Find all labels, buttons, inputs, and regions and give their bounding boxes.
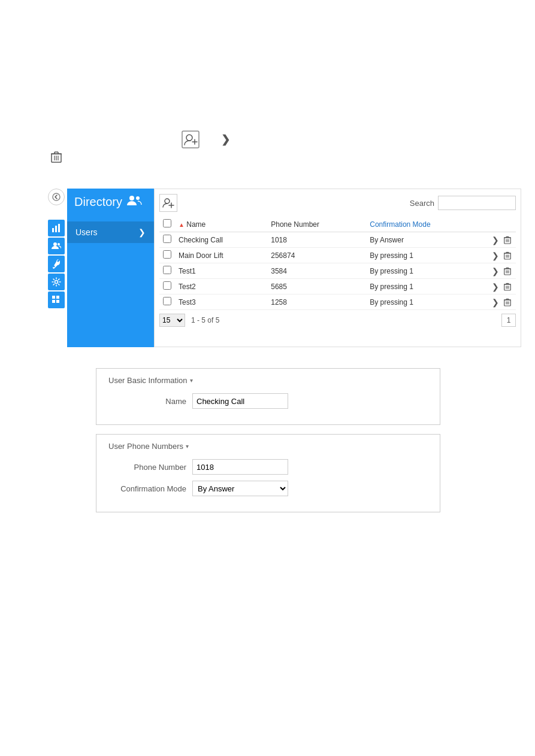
search-input[interactable] <box>438 196 516 210</box>
row-checkbox-cell <box>159 294 175 310</box>
svg-rect-21 <box>56 296 59 299</box>
row-name-0: Checking Call <box>175 232 267 248</box>
add-user-button[interactable] <box>159 194 177 212</box>
phone-number-input[interactable] <box>192 459 288 475</box>
row-name-1: Main Door Lift <box>175 248 267 263</box>
table-row: Main Door Lift 256874 By pressing 1 ❯ <box>159 248 516 263</box>
col-checkbox <box>159 217 175 232</box>
search-label: Search <box>410 199 434 208</box>
content-area: Search ▲ Name Ph <box>154 189 521 347</box>
svg-rect-15 <box>58 224 60 232</box>
row-actions-2: ❯ <box>487 263 516 279</box>
nav-item-users[interactable] <box>48 238 65 254</box>
svg-point-18 <box>53 266 55 268</box>
back-button[interactable] <box>48 189 65 205</box>
trash-icon-top[interactable] <box>51 151 62 166</box>
table-body: Checking Call 1018 By Answer ❯ <box>159 232 516 310</box>
records-info: 1 - 5 of 5 <box>191 316 219 324</box>
svg-point-12 <box>53 193 60 201</box>
row-checkbox-cell <box>159 279 175 294</box>
row-checkbox-2[interactable] <box>163 266 171 274</box>
svg-point-1 <box>186 135 192 141</box>
page-number-box: 1 <box>501 314 516 327</box>
row-checkbox-3[interactable] <box>163 281 171 290</box>
svg-rect-13 <box>52 228 54 232</box>
user-basic-info-title-text: User Basic Information <box>108 376 188 385</box>
row-name-4: Test3 <box>175 294 267 310</box>
nav-sidebar <box>48 189 66 347</box>
svg-point-25 <box>136 196 140 200</box>
row-edit-btn-4[interactable]: ❯ <box>491 297 500 307</box>
table-row: Test1 3584 By pressing 1 ❯ <box>159 263 516 279</box>
row-confirmation-0: By Answer <box>366 232 487 248</box>
user-basic-info-title: User Basic Information ▾ <box>108 376 428 385</box>
select-all-checkbox[interactable] <box>163 219 171 227</box>
nav-item-stats[interactable] <box>48 220 65 236</box>
user-phone-numbers-title-text: User Phone Numbers <box>108 442 183 451</box>
row-edit-btn-0[interactable]: ❯ <box>491 235 500 245</box>
directory-users-icon <box>127 195 143 210</box>
row-checkbox-4[interactable] <box>163 297 171 305</box>
col-confirmation-label: Confirmation Mode <box>370 220 430 229</box>
col-name-header[interactable]: ▲ Name <box>175 217 267 232</box>
user-phone-numbers-title: User Phone Numbers ▾ <box>108 442 428 451</box>
row-edit-btn-3[interactable]: ❯ <box>491 282 500 292</box>
row-confirmation-4: By pressing 1 <box>366 294 487 310</box>
confirmation-mode-label: Confirmation Mode <box>108 484 192 493</box>
data-table: ▲ Name Phone Number Confirmation Mode <box>159 217 516 310</box>
table-row: Test2 5685 By pressing 1 ❯ <box>159 279 516 294</box>
row-name-2: Test1 <box>175 263 267 279</box>
confirmation-mode-select[interactable]: By Answer By pressing 1 None <box>192 481 288 496</box>
svg-rect-20 <box>52 296 55 299</box>
row-checkbox-cell <box>159 248 175 263</box>
nav-item-grid[interactable] <box>48 292 65 308</box>
phone-number-field-row: Phone Number <box>108 459 428 475</box>
search-area: Search <box>410 196 516 210</box>
row-phone-4: 1258 <box>267 294 366 310</box>
name-field-row: Name <box>108 393 428 409</box>
row-actions-1: ❯ <box>487 248 516 263</box>
row-confirmation-3: By pressing 1 <box>366 279 487 294</box>
table-row: Test3 1258 By pressing 1 ❯ <box>159 294 516 310</box>
chevron-right-icon[interactable]: ❯ <box>219 133 231 145</box>
col-phone-header: Phone Number <box>267 217 366 232</box>
row-checkbox-1[interactable] <box>163 250 171 259</box>
row-delete-btn-2[interactable] <box>503 267 512 275</box>
row-delete-btn-0[interactable] <box>503 236 512 244</box>
row-edit-btn-1[interactable]: ❯ <box>491 251 500 260</box>
table-row: Checking Call 1018 By Answer ❯ <box>159 232 516 248</box>
col-actions-header <box>487 217 516 232</box>
row-actions-3: ❯ <box>487 279 516 294</box>
directory-header: Directory <box>67 189 154 215</box>
svg-point-19 <box>55 281 58 284</box>
col-name-label: Name <box>186 220 205 229</box>
row-confirmation-2: By pressing 1 <box>366 263 487 279</box>
row-delete-btn-4[interactable] <box>503 298 512 306</box>
name-input[interactable] <box>192 393 288 409</box>
row-phone-2: 3584 <box>267 263 366 279</box>
row-delete-btn-1[interactable] <box>503 251 512 260</box>
row-checkbox-0[interactable] <box>163 235 171 243</box>
nav-item-tools[interactable] <box>48 256 65 272</box>
page-size-select[interactable]: 15 25 50 100 <box>159 314 185 327</box>
user-phone-numbers-collapse-icon[interactable]: ▾ <box>186 443 189 450</box>
svg-rect-22 <box>52 300 55 303</box>
nav-item-settings[interactable] <box>48 274 65 290</box>
current-page-number: 1 <box>507 316 511 324</box>
user-basic-info-section: User Basic Information ▾ Name <box>96 368 440 425</box>
user-phone-numbers-section: User Phone Numbers ▾ Phone Number Confir… <box>96 434 440 512</box>
row-edit-btn-2[interactable]: ❯ <box>491 266 500 276</box>
directory-title: Directory <box>74 195 122 209</box>
row-checkbox-cell <box>159 232 175 248</box>
directory-menu-item-users[interactable]: Users ❯ <box>67 221 154 243</box>
row-phone-3: 5685 <box>267 279 366 294</box>
directory-menu-item-users-label: Users <box>75 227 98 237</box>
row-phone-1: 256874 <box>267 248 366 263</box>
confirmation-mode-field-row: Confirmation Mode By Answer By pressing … <box>108 481 428 496</box>
add-contact-icon[interactable] <box>180 129 201 150</box>
user-basic-info-collapse-icon[interactable]: ▾ <box>190 377 193 384</box>
row-delete-btn-3[interactable] <box>503 283 512 291</box>
svg-point-26 <box>165 199 170 204</box>
row-checkbox-cell <box>159 263 175 279</box>
directory-menu: Users ❯ <box>67 221 154 243</box>
